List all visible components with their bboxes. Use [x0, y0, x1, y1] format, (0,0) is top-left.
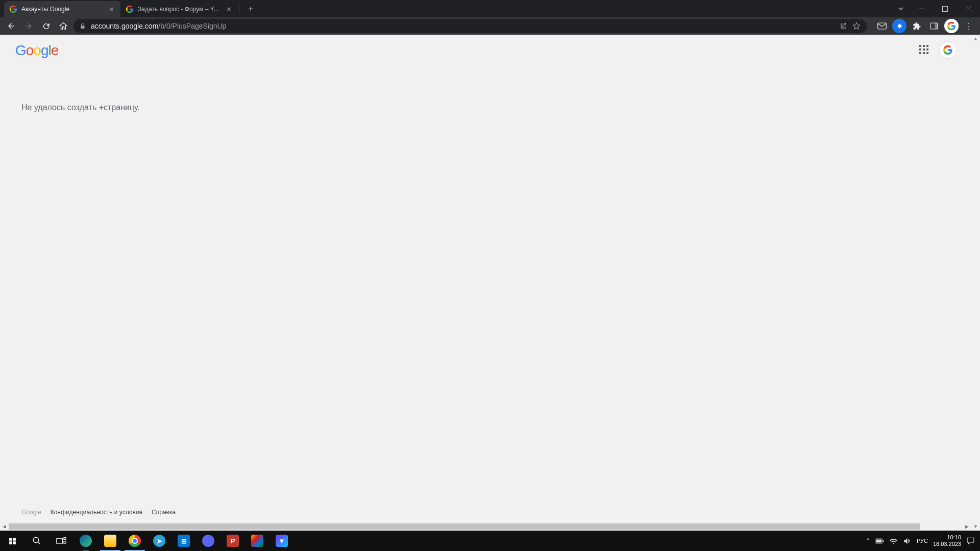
task-view-button[interactable] [49, 531, 74, 551]
svg-rect-10 [876, 539, 881, 542]
taskbar-app-chrome[interactable] [122, 531, 147, 551]
windows-taskbar: ➤ ⊞ P ▼ ˄ РУС 10:10 18 [0, 531, 980, 551]
scroll-left-icon[interactable]: ◀ [0, 522, 9, 531]
tab-search-chevron-icon[interactable] [892, 0, 910, 17]
svg-rect-6 [57, 539, 63, 543]
svg-rect-8 [64, 541, 66, 543]
taskbar-app-calculator[interactable]: ⊞ [172, 531, 196, 551]
scroll-right-icon[interactable]: ▶ [963, 522, 971, 531]
tab-close-icon[interactable]: ✕ [225, 5, 233, 13]
svg-point-5 [33, 537, 39, 543]
scroll-down-icon[interactable]: ▼ [973, 522, 978, 531]
new-tab-button[interactable]: ＋ [243, 2, 258, 16]
window-close-button[interactable] [957, 0, 980, 17]
share-icon[interactable] [839, 22, 847, 30]
tab-separator [239, 4, 239, 13]
svg-rect-11 [883, 540, 884, 542]
extension-mail-icon[interactable] [875, 19, 889, 33]
window-controls [892, 0, 980, 17]
side-panel-icon[interactable] [927, 19, 941, 33]
browser-tab-strip: Аккаунты Google ✕ Задать вопрос - Форум … [0, 0, 980, 17]
account-avatar[interactable] [940, 42, 956, 58]
tray-chevron-icon[interactable]: ˄ [866, 537, 870, 545]
nav-back-button[interactable] [4, 19, 18, 33]
profile-avatar-button[interactable] [944, 19, 959, 33]
taskbar-search-button[interactable] [24, 531, 49, 551]
extensions-button[interactable] [910, 19, 924, 33]
toolbar-right-cluster: ✱ ⋮ [875, 19, 976, 33]
footer-brand: Google [21, 509, 41, 516]
svg-rect-4 [935, 23, 937, 29]
tray-wifi-icon[interactable] [889, 538, 898, 544]
window-minimize-button[interactable] [910, 0, 933, 17]
horizontal-scrollbar[interactable]: ◀ ▶ [0, 522, 971, 531]
tray-notifications-icon[interactable] [966, 537, 975, 545]
tray-date: 18.03.2023 [933, 541, 961, 547]
address-bar[interactable]: accounts.google.com/b/0/PlusPageSignUp [74, 19, 867, 33]
google-header: Google [0, 35, 971, 65]
svg-rect-0 [919, 9, 924, 9]
taskbar-app-explorer[interactable] [98, 531, 122, 551]
bookmark-star-icon[interactable] [852, 22, 861, 30]
scroll-up-icon[interactable]: ▲ [973, 35, 978, 43]
window-maximize-button[interactable] [933, 0, 957, 17]
tray-language[interactable]: РУС [917, 538, 928, 544]
tray-volume-icon[interactable] [903, 537, 912, 545]
taskbar-app-telegram[interactable]: ➤ [147, 531, 172, 551]
taskbar-app-msstore[interactable] [245, 531, 270, 551]
svg-rect-2 [878, 23, 887, 29]
browser-menu-button[interactable]: ⋮ [962, 21, 976, 31]
footer-help-link[interactable]: Справка [152, 509, 176, 516]
svg-rect-7 [64, 537, 66, 539]
scroll-thumb[interactable] [9, 523, 920, 530]
taskbar-app-discord[interactable] [196, 531, 220, 551]
start-button[interactable] [0, 531, 24, 551]
google-apps-icon[interactable] [919, 45, 929, 55]
google-favicon-icon [126, 5, 134, 13]
google-favicon-icon [9, 5, 17, 13]
tray-battery-icon[interactable] [875, 538, 884, 544]
nav-reload-button[interactable] [39, 19, 53, 33]
error-message: Не удалось создать +страницу. [0, 65, 971, 112]
google-logo[interactable]: Google [15, 42, 58, 58]
url-text: accounts.google.com/b/0/PlusPageSignUp [91, 22, 834, 30]
tray-time: 10:10 [933, 534, 961, 541]
vertical-scrollbar[interactable]: ▲ ▼ [971, 35, 980, 531]
tab-close-icon[interactable]: ✕ [107, 5, 115, 13]
taskbar-app-edge[interactable] [74, 531, 98, 551]
tray-clock[interactable]: 10:10 18.03.2023 [933, 534, 961, 547]
browser-viewport: Google Не удалось создать +страницу. Goo… [0, 35, 980, 531]
nav-home-button[interactable] [56, 19, 70, 33]
svg-rect-1 [942, 6, 947, 11]
tab-title: Аккаунты Google [21, 6, 103, 13]
lock-icon [80, 23, 86, 30]
footer-privacy-link[interactable]: Конфиденциальность и условия [51, 509, 142, 516]
page-content: Google Не удалось создать +страницу. Goo… [0, 35, 971, 522]
url-path: /b/0/PlusPageSignUp [158, 22, 226, 30]
browser-toolbar: accounts.google.com/b/0/PlusPageSignUp ✱ [0, 17, 980, 35]
tab-title: Задать вопрос - Форум – YouTu [138, 6, 220, 13]
taskbar-app-v[interactable]: ▼ [270, 531, 294, 551]
extension-blue-icon[interactable]: ✱ [892, 19, 906, 33]
nav-forward-button[interactable] [21, 19, 36, 33]
page-footer: Google Конфиденциальность и условия Спра… [0, 503, 971, 522]
url-host: accounts.google.com [91, 22, 158, 30]
browser-tab[interactable]: Задать вопрос - Форум – YouTu ✕ [120, 1, 238, 17]
browser-tab-active[interactable]: Аккаунты Google ✕ [4, 1, 120, 17]
taskbar-app-p[interactable]: P [220, 531, 245, 551]
